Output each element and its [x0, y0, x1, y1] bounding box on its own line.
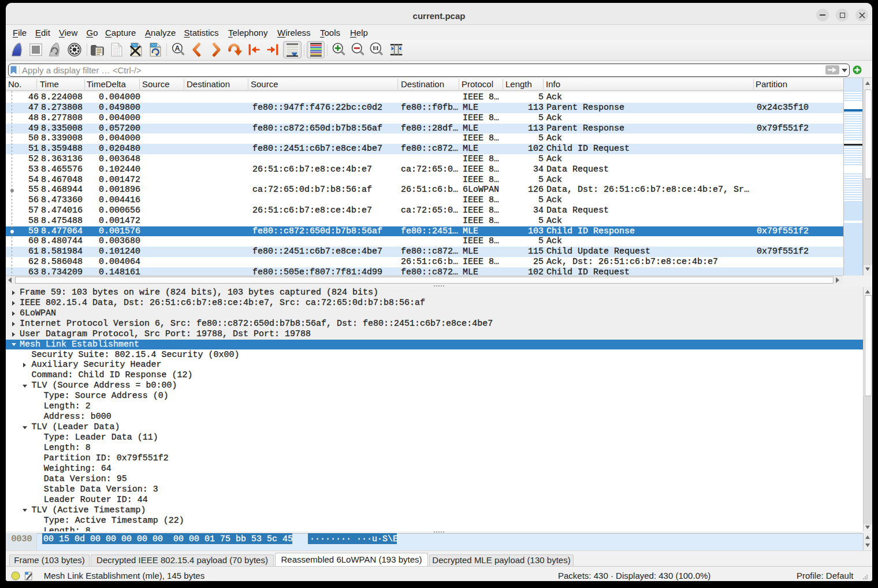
- svg-text:A: A: [174, 44, 180, 53]
- svg-text:0111: 0111: [113, 53, 120, 57]
